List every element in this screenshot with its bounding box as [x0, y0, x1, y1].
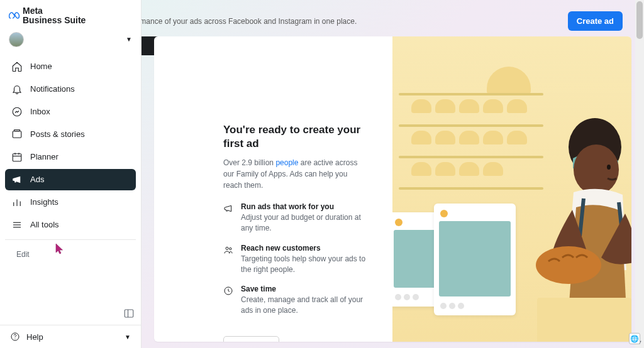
- nav-insights-label: Insights: [30, 197, 58, 207]
- brand-bs: Business Suite: [23, 15, 86, 25]
- feature-desc: Adjust your ad budget or duration at any…: [241, 212, 367, 234]
- nav-insights[interactable]: Insights: [5, 192, 136, 213]
- page-description: rack the performance of your ads across …: [142, 17, 357, 26]
- edit-link[interactable]: Edit: [5, 244, 136, 265]
- menu-icon: [11, 219, 23, 231]
- nav-ads-label: Ads: [30, 175, 44, 184]
- nav-inbox-label: Inbox: [30, 107, 50, 116]
- home-icon: [11, 61, 23, 72]
- feature-reach: Reach new customers Targeting tools help…: [223, 244, 367, 275]
- question-icon: [10, 332, 20, 342]
- main: rack the performance of your ads across …: [142, 0, 644, 348]
- feature-title: Save time: [241, 285, 367, 293]
- illustration: [392, 36, 631, 342]
- feature-desc: Create, manage and track all of your ads…: [241, 295, 367, 316]
- svg-rect-2: [14, 129, 20, 131]
- people-link[interactable]: people: [275, 158, 298, 167]
- feature-desc: Targeting tools help show your ads to th…: [241, 254, 367, 275]
- svg-point-22: [607, 165, 611, 170]
- bar-chart-icon: [11, 197, 23, 208]
- megaphone-icon: [11, 174, 23, 185]
- svg-rect-13: [125, 310, 133, 317]
- chat-icon: [11, 106, 23, 117]
- card-subtitle: Over 2.9 billion people are active acros…: [223, 157, 362, 191]
- create-ad-button[interactable]: Create ad: [568, 11, 623, 31]
- nav-planner-label: Planner: [30, 152, 58, 161]
- account-switcher[interactable]: ▼: [0, 28, 141, 53]
- svg-point-17: [226, 247, 228, 249]
- card-content: You're ready to create your first ad Ove…: [154, 36, 392, 342]
- clock-icon: [223, 286, 233, 296]
- sidebar: Meta Business Suite ▼ Home Notifications…: [0, 0, 142, 348]
- globe-icon[interactable]: 🌐: [629, 333, 640, 344]
- caret-down-icon: ▼: [126, 36, 132, 43]
- svg-point-16: [14, 338, 15, 339]
- nav-ads[interactable]: Ads: [5, 169, 136, 190]
- help-label: Help: [26, 332, 43, 342]
- calendar-icon: [11, 151, 23, 163]
- nav-home-label: Home: [30, 62, 52, 71]
- nav-alltools[interactable]: All tools: [5, 214, 136, 236]
- svg-rect-3: [13, 154, 21, 161]
- nav-home[interactable]: Home: [5, 56, 136, 77]
- megaphone-icon: [223, 204, 233, 214]
- logo: Meta Business Suite: [0, 0, 141, 28]
- topbar: rack the performance of your ads across …: [142, 0, 644, 31]
- nav-posts-label: Posts & stories: [30, 129, 85, 139]
- svg-point-21: [574, 144, 619, 195]
- svg-point-23: [536, 246, 601, 284]
- posts-icon: [11, 129, 23, 140]
- collapse-sidebar-icon[interactable]: [123, 308, 135, 319]
- nav-inbox[interactable]: Inbox: [5, 101, 136, 122]
- feature-title: Run ads that work for you: [241, 202, 367, 211]
- bell-icon: [11, 84, 23, 95]
- nav-alltools-label: All tools: [30, 220, 59, 229]
- help-menu[interactable]: Help ▼: [0, 325, 141, 348]
- avatar: [9, 32, 24, 47]
- feature-run-ads: Run ads that work for you Adjust your ad…: [223, 202, 367, 234]
- nav-notifications-label: Notifications: [30, 84, 75, 94]
- nav-notifications[interactable]: Notifications: [5, 79, 136, 100]
- scrollbar-thumb[interactable]: [636, 1, 643, 39]
- nav-posts[interactable]: Posts & stories: [5, 124, 136, 145]
- people-icon: [223, 245, 233, 255]
- meta-logo-icon: [9, 12, 20, 19]
- nav-planner[interactable]: Planner: [5, 146, 136, 168]
- illustration-post: [434, 204, 516, 315]
- card-title: You're ready to create your first ad: [223, 123, 362, 151]
- feature-time: Save time Create, manage and track all o…: [223, 285, 367, 316]
- feature-title: Reach new customers: [241, 244, 367, 253]
- vertical-scrollbar[interactable]: ▼: [635, 0, 644, 348]
- svg-rect-1: [13, 131, 21, 138]
- brand-meta: Meta: [23, 6, 43, 16]
- divider: [5, 239, 136, 240]
- caret-down-icon: ▼: [125, 334, 131, 340]
- get-started-button[interactable]: Get started: [223, 336, 279, 342]
- nav: Home Notifications Inbox Posts & stories…: [0, 53, 141, 325]
- onboarding-card: You're ready to create your first ad Ove…: [154, 36, 631, 342]
- svg-point-18: [230, 247, 231, 249]
- illustration-counter: [537, 298, 631, 342]
